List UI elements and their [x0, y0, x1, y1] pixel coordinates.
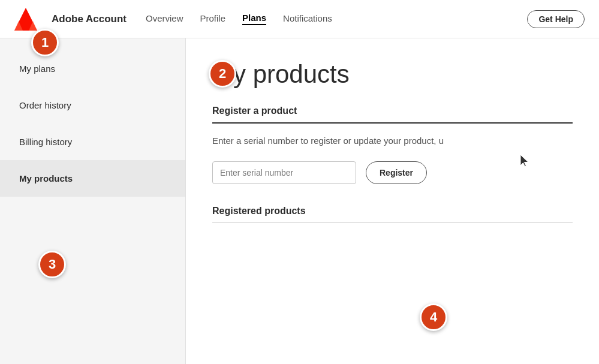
- nav-plans[interactable]: Plans: [242, 13, 266, 25]
- sidebar-item-my-plans[interactable]: My plans: [0, 50, 185, 87]
- register-section-label: Register a product: [212, 106, 573, 124]
- header-brand: Adobe Account: [52, 13, 127, 25]
- header-nav: Overview Profile Plans Notifications: [146, 13, 332, 25]
- content-area: My products Register a product Enter a s…: [186, 38, 599, 364]
- register-description: Enter a serial number to register or upd…: [212, 134, 573, 148]
- nav-profile[interactable]: Profile: [200, 13, 226, 25]
- adobe-logo-icon: [14, 8, 37, 31]
- register-row: Register: [212, 161, 573, 184]
- sidebar: My plans Order history Billing history M…: [0, 38, 186, 364]
- get-help-button[interactable]: Get Help: [527, 10, 585, 28]
- main-layout: My plans Order history Billing history M…: [0, 38, 599, 364]
- header: Adobe Account Overview Profile Plans Not…: [0, 0, 599, 38]
- registered-products-label: Registered products: [212, 206, 573, 223]
- nav-notifications[interactable]: Notifications: [283, 13, 332, 25]
- nav-overview[interactable]: Overview: [146, 13, 183, 25]
- sidebar-item-my-products[interactable]: My products: [0, 160, 185, 197]
- register-button[interactable]: Register: [366, 161, 427, 184]
- serial-number-input[interactable]: [212, 161, 356, 184]
- sidebar-item-order-history[interactable]: Order history: [0, 87, 185, 124]
- page-title: My products: [212, 60, 573, 89]
- sidebar-item-billing-history[interactable]: Billing history: [0, 124, 185, 160]
